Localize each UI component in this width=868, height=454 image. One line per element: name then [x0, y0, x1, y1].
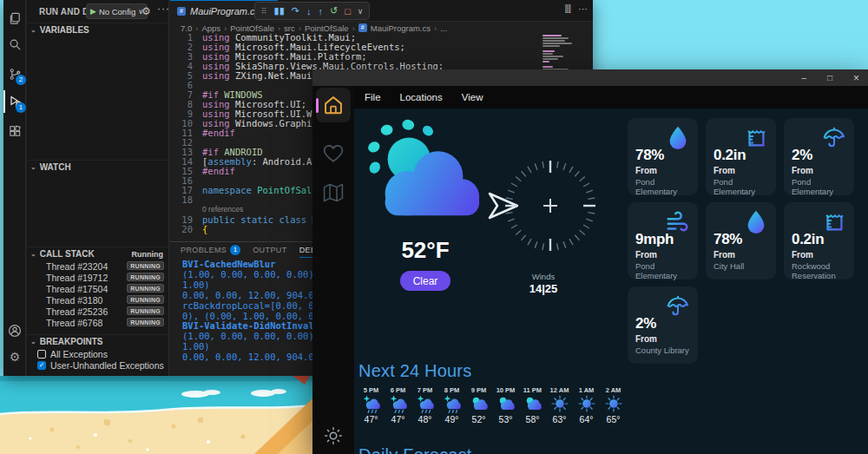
run-debug-icon[interactable]: 1: [3, 90, 26, 113]
breadcrumb-item[interactable]: 7.0: [181, 23, 192, 33]
step-over-icon[interactable]: ↷: [292, 5, 299, 16]
menu-file[interactable]: File: [365, 92, 381, 102]
breadcrumb-item[interactable]: ...: [440, 23, 447, 33]
sun-icon: [550, 394, 569, 413]
weather-app-window: – □ ×: [312, 69, 868, 454]
card-location: Pond Elementary: [635, 261, 693, 280]
gauge-center-plus: [543, 199, 557, 213]
rain-icon: [362, 394, 381, 413]
debug-badge: 1: [16, 102, 26, 113]
start-debug-icon[interactable]: ▶: [90, 7, 96, 16]
hour-label: 12 AM: [550, 386, 569, 394]
weather-card: 2%FromCounty Library: [628, 286, 698, 364]
breakpoint-item[interactable]: All Exceptions: [27, 348, 168, 359]
card-value: 0.2in: [713, 147, 746, 164]
breakpoint-checkbox[interactable]: [37, 350, 46, 359]
breakpoint-item[interactable]: ✓User-Unhandled Exceptions: [27, 359, 168, 371]
breakpoints-section-header[interactable]: ⌄BREAKPOINTS: [27, 334, 168, 348]
weather-card: 9mphFromPond Elementary: [628, 202, 698, 280]
thread-row[interactable]: Thread #3180RUNNING: [27, 295, 168, 306]
csharp-file-icon: #: [177, 7, 186, 16]
breadcrumb-item[interactable]: PointOfSale: [305, 23, 349, 33]
thread-row[interactable]: Thread #17504RUNNING: [27, 284, 168, 295]
hourly-item: 8 PM49°: [438, 386, 465, 424]
hour-temp: 52°: [472, 414, 486, 424]
hour-temp: 49°: [445, 414, 459, 424]
pause-icon[interactable]: ▮▮: [274, 5, 285, 16]
split-editor-icon[interactable]: ⫿⫿: [565, 3, 571, 15]
weather-title-bar[interactable]: – □ ×: [312, 69, 868, 86]
hourly-item: 9 PM52°: [465, 386, 492, 424]
editor-more-actions[interactable]: ···: [578, 3, 588, 15]
breadcrumb-item[interactable]: src: [284, 23, 295, 33]
thread-row[interactable]: Thread #19712RUNNING: [27, 273, 168, 284]
hour-temp: 47°: [391, 414, 405, 424]
watch-section-header[interactable]: ⌄WATCH: [27, 160, 168, 174]
account-icon[interactable]: [3, 319, 26, 342]
search-icon[interactable]: [3, 33, 26, 56]
call-stack-status: Running: [132, 250, 164, 259]
breadcrumb-item[interactable]: MauiProgram.cs: [371, 23, 431, 33]
scm-badge: 2: [16, 75, 26, 85]
debug-config-select[interactable]: ▶ No Config∨: [86, 3, 148, 19]
nav-settings[interactable]: [316, 418, 351, 453]
drag-grip-icon[interactable]: ⠿: [261, 7, 267, 16]
droplet-icon: [665, 124, 691, 150]
step-out-icon[interactable]: ↑: [318, 6, 323, 16]
hour-label: 10 PM: [496, 386, 516, 394]
gauge-icon: [743, 124, 769, 150]
sun-icon: [577, 394, 596, 413]
launch-settings-gear-icon[interactable]: ⚙: [141, 5, 151, 17]
restart-icon[interactable]: ↺: [330, 5, 338, 16]
card-from-label: From: [635, 166, 657, 175]
settings-gear-icon[interactable]: ⚙: [3, 345, 26, 368]
more-icon[interactable]: ∨: [358, 7, 364, 16]
hour-label: 5 PM: [364, 386, 379, 394]
hourly-item: 10 PM53°: [492, 386, 519, 424]
daily-forecast-title: Daily Forecast: [358, 445, 472, 454]
panel-tab-output[interactable]: OUTPUT: [253, 246, 286, 254]
menu-view[interactable]: View: [462, 92, 483, 102]
gauge-icon: [821, 208, 847, 234]
cloud-icon: [496, 394, 516, 413]
breakpoint-checkbox[interactable]: ✓: [37, 361, 46, 370]
source-control-icon[interactable]: 2: [3, 63, 26, 85]
current-conditions: 52°F Clear: [361, 117, 490, 291]
weather-card: 0.2inFromRockwood Reservation: [784, 202, 854, 280]
wind-gauge: Winds 14|25: [483, 145, 604, 295]
thread-row[interactable]: Thread #6768RUNNING: [27, 318, 168, 329]
condition-button[interactable]: Clear: [400, 271, 450, 291]
nav-map[interactable]: [316, 175, 351, 210]
breadcrumb-item[interactable]: Apps: [201, 23, 220, 33]
wind-compass-icon: [483, 145, 604, 266]
problems-badge: 1: [230, 245, 240, 255]
hour-label: 7 PM: [418, 386, 433, 394]
stop-icon[interactable]: □: [345, 6, 351, 16]
heart-icon: [322, 143, 345, 164]
maximize-button[interactable]: □: [827, 73, 832, 82]
sun-icon: [604, 394, 623, 413]
variables-section-header[interactable]: ⌄VARIABLES: [27, 23, 168, 36]
weather-card: 2%FromPond Elementary: [784, 118, 854, 195]
extensions-icon[interactable]: [3, 120, 26, 142]
cloud-icon: [523, 394, 542, 413]
nav-home[interactable]: [316, 88, 351, 122]
call-stack-section-header[interactable]: ⌄CALL STACK Running: [27, 247, 168, 260]
hourly-item: 7 PM48°: [411, 386, 438, 424]
minimize-button[interactable]: –: [801, 73, 806, 82]
menu-locations[interactable]: Locations: [400, 92, 443, 102]
close-button[interactable]: ×: [853, 72, 859, 84]
thread-status-badge: RUNNING: [127, 318, 164, 326]
hourly-item: 5 PM47°: [358, 386, 385, 424]
thread-row[interactable]: Thread #25236RUNNING: [27, 306, 168, 318]
step-into-icon[interactable]: ↓: [306, 6, 312, 16]
card-from-label: From: [713, 166, 735, 175]
nav-favorites[interactable]: [316, 136, 351, 171]
umbrella-icon: [821, 124, 847, 150]
thread-row[interactable]: Thread #23204RUNNING: [27, 261, 168, 273]
debug-more-actions[interactable]: ···: [157, 3, 170, 15]
panel-tab-problems[interactable]: PROBLEMS1: [181, 245, 240, 255]
hour-label: 1 AM: [579, 386, 595, 394]
breadcrumb-item[interactable]: PointOfSale: [230, 23, 274, 33]
explorer-icon[interactable]: [3, 7, 26, 30]
